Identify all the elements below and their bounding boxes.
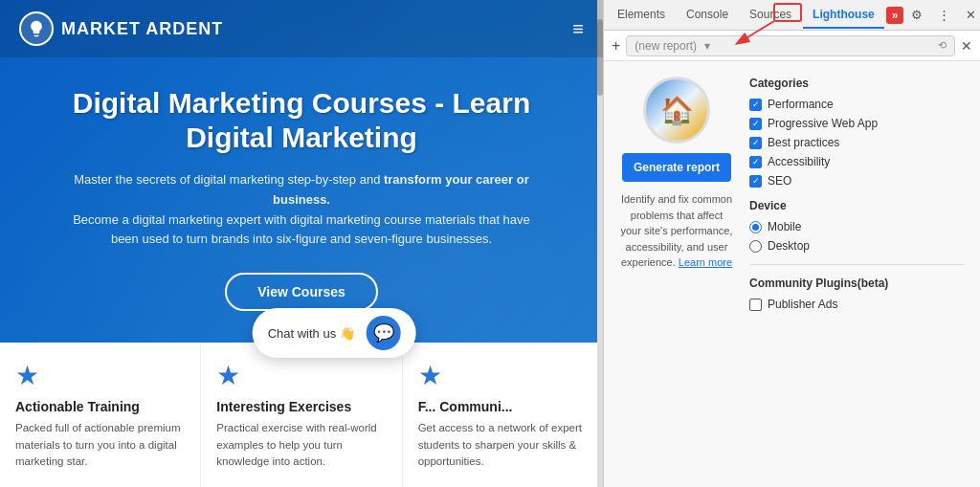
devtools-icons: ⚙ ⋮ ✕ [905,4,980,27]
report-input[interactable]: (new report) ▾ ⟲ [626,35,955,56]
star-icon-2: ★ [216,360,386,391]
card-community: ★ F... Communi... Get access to a networ… [403,343,603,487]
community-publisher-ads: Publisher Ads [749,298,965,311]
tab-console[interactable]: Console [677,2,738,29]
categories-title: Categories [749,77,965,90]
hamburger-menu[interactable]: ≡ [572,18,584,40]
devtools-tabs-container: Elements Console Sources Lighthouse » ⚙ … [604,0,980,31]
category-accessibility: ✓ Accessibility [749,155,965,168]
dropdown-icon: ▾ [704,39,710,53]
logo-icon [19,11,54,46]
device-title: Device [749,199,965,212]
cards-section: ★ Actionable Training Packed full of act… [0,343,603,487]
add-report-button[interactable]: + [612,37,620,55]
more-tabs-button[interactable]: » [886,7,904,24]
publisher-ads-label: Publisher Ads [768,298,837,311]
clear-icon[interactable]: ⟲ [938,39,947,52]
hero-subtitle-plain: Master the secrets of digital marketing … [74,172,384,187]
lighthouse-logo-section: 🏠 Generate report Identify and fix commo… [619,77,734,472]
tab-elements[interactable]: Elements [608,2,675,29]
website-panel: MARKET ARDENT ≡ Digital Marketing Course… [0,0,603,487]
settings-icon[interactable]: ⚙ [905,4,928,27]
learn-more-link[interactable]: Learn more [679,256,732,268]
star-icon-1: ★ [15,360,185,391]
category-best-practices: ✓ Best practices [749,136,965,149]
card-text-3: Get access to a network of expert studen… [418,420,588,470]
more-options-icon[interactable]: ⋮ [932,4,955,27]
star-icon-3: ★ [418,360,588,391]
performance-label: Performance [768,98,834,111]
tab-sources[interactable]: Sources [740,2,801,29]
card-actionable: ★ Actionable Training Packed full of act… [0,343,201,487]
card-text-2: Practical exercise with real-world examp… [216,420,386,470]
lighthouse-description: Identify and fix common problems that af… [619,191,734,271]
report-url-bar: + (new report) ▾ ⟲ ✕ [604,31,980,61]
pwa-label: Progressive Web App [768,117,878,130]
card-title-3: F... Communi... [418,399,588,414]
lightbulb-icon [27,19,46,38]
publisher-ads-checkbox[interactable] [749,299,762,311]
logo-text: MARKET ARDENT [61,19,223,39]
device-desktop: Desktop [749,239,965,253]
section-divider [749,264,965,265]
devtools-panel: Elements Console Sources Lighthouse » ⚙ … [603,0,980,487]
community-title: Community Plugins(beta) [749,277,965,290]
website-content: MARKET ARDENT ≡ Digital Marketing Course… [0,0,603,330]
lighthouse-logo: 🏠 [643,77,710,144]
generate-report-button[interactable]: Generate report [622,153,731,182]
seo-checkbox[interactable]: ✓ [749,175,762,188]
hero-section: Digital Marketing Courses - Learn Digita… [0,57,603,330]
report-placeholder: (new report) [635,39,697,53]
card-title-1: Actionable Training [15,399,185,414]
category-performance: ✓ Performance [749,98,965,111]
mobile-radio[interactable] [749,221,762,233]
device-mobile: Mobile [749,220,965,233]
lighthouse-options: Categories ✓ Performance ✓ Progressive W… [734,77,965,472]
desktop-radio[interactable] [749,240,762,253]
hero-subtitle2: Become a digital marketing expert with d… [73,212,530,247]
view-courses-button[interactable]: View Courses [225,273,378,311]
accessibility-checkbox[interactable]: ✓ [749,156,762,168]
card-title-2: Interesting Exercises [216,399,386,414]
best-practices-label: Best practices [768,136,839,149]
nav-logo: MARKET ARDENT [19,11,223,46]
hero-subtitle: Master the secrets of digital marketing … [72,170,531,250]
best-practices-checkbox[interactable]: ✓ [749,137,762,149]
seo-label: SEO [768,174,791,188]
close-devtools-icon[interactable]: ✕ [959,4,980,27]
desktop-label: Desktop [768,239,810,253]
mobile-label: Mobile [768,220,801,233]
category-seo: ✓ SEO [749,174,965,188]
tab-lighthouse[interactable]: Lighthouse [803,2,884,29]
lighthouse-main: 🏠 Generate report Identify and fix commo… [604,61,980,487]
navigation: MARKET ARDENT ≡ [0,0,603,57]
close-report-button[interactable]: ✕ [961,38,972,54]
card-exercises: ★ Interesting Exercises Practical exerci… [201,343,402,487]
accessibility-label: Accessibility [768,155,830,168]
pwa-checkbox[interactable]: ✓ [749,118,762,130]
devtools-tabs: Elements Console Sources Lighthouse » ⚙ … [604,0,980,31]
card-text-1: Packed full of actionable premium materi… [15,420,185,470]
hero-title: Digital Marketing Courses - Learn Digita… [57,86,546,155]
category-pwa: ✓ Progressive Web App [749,117,965,130]
performance-checkbox[interactable]: ✓ [749,99,762,111]
